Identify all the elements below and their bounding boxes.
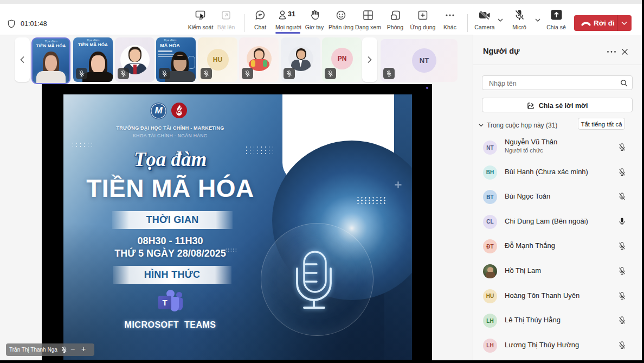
svg-text:31: 31 bbox=[288, 10, 295, 18]
